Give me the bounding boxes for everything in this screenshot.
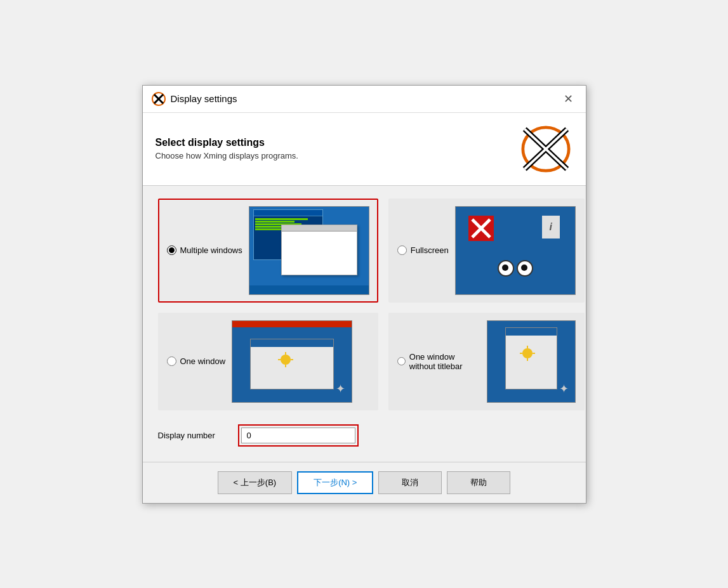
option-multiple-windows[interactable]: Multiple windows	[158, 199, 378, 303]
preview-fullscreen: i	[455, 206, 576, 295]
display-number-input-wrapper	[238, 424, 359, 447]
radio-fullscreen-text: Fullscreen	[411, 245, 449, 255]
back-button[interactable]: < 上一步(B)	[218, 471, 293, 494]
title-bar-left: Display settings	[152, 92, 237, 106]
radio-one-window-no-titlebar-text: One window without titlebar	[409, 352, 481, 371]
radio-multiple-windows-label[interactable]: Multiple windows	[167, 245, 242, 255]
no-titlebar-sun-icon	[519, 344, 536, 362]
fullscreen-info-icon: i	[542, 216, 560, 238]
content: Multiple windows	[143, 186, 586, 462]
display-number-label: Display number	[158, 431, 228, 440]
title-bar-title: Display settings	[171, 93, 237, 104]
header-subtext: Choose how Xming displays programs.	[156, 151, 298, 160]
fullscreen-eyes	[498, 260, 533, 277]
radio-one-window-text: One window	[180, 356, 226, 366]
svg-point-16	[522, 348, 533, 358]
radio-fullscreen-label[interactable]: Fullscreen	[397, 245, 449, 255]
next-button[interactable]: 下一步(N) >	[297, 471, 373, 494]
option-one-window[interactable]: One window	[158, 313, 378, 410]
option-one-window-no-titlebar[interactable]: One window without titlebar	[388, 313, 585, 410]
option-fullscreen[interactable]: Fullscreen i	[388, 199, 585, 303]
display-number-input[interactable]	[241, 428, 355, 443]
radio-one-window-no-titlebar-label[interactable]: One window without titlebar	[397, 352, 481, 371]
radio-multiple-windows-text: Multiple windows	[180, 245, 242, 255]
one-window-star: ✦	[336, 382, 345, 396]
header-section: Select display settings Choose how Xming…	[143, 113, 586, 186]
no-titlebar-star: ✦	[559, 382, 569, 396]
header-text: Select display settings Choose how Xming…	[156, 137, 298, 160]
close-button[interactable]: ✕	[560, 92, 577, 106]
radio-one-window-label[interactable]: One window	[167, 356, 226, 366]
radio-one-window-no-titlebar[interactable]	[397, 356, 406, 366]
fullscreen-x-icon	[468, 216, 494, 241]
display-number-row: Display number	[158, 424, 571, 447]
header-heading: Select display settings	[156, 137, 298, 148]
radio-fullscreen[interactable]	[397, 245, 407, 255]
title-bar: Display settings ✕	[143, 86, 586, 113]
preview-multiple-windows	[249, 206, 369, 295]
help-button[interactable]: 帮助	[447, 471, 510, 494]
radio-one-window[interactable]	[167, 356, 176, 366]
preview-one-window: ✦	[232, 320, 352, 403]
cancel-button[interactable]: 取消	[378, 471, 442, 494]
preview-one-window-no-titlebar: ✦	[487, 320, 575, 403]
svg-point-11	[281, 355, 291, 365]
options-grid: Multiple windows	[158, 199, 571, 410]
one-window-sun-icon	[277, 351, 295, 369]
radio-multiple-windows[interactable]	[167, 245, 176, 255]
dialog: Display settings ✕ Select display settin…	[142, 85, 586, 504]
xming-logo	[519, 124, 573, 174]
footer: < 上一步(B) 下一步(N) > 取消 帮助	[143, 462, 586, 503]
app-icon	[152, 92, 166, 106]
